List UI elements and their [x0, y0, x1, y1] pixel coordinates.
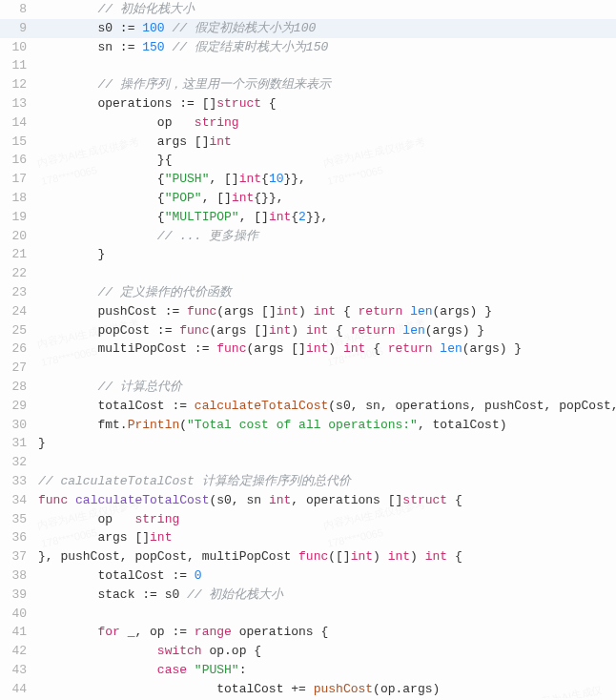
code-content[interactable]: totalCost := 0 [38, 566, 616, 586]
code-content[interactable]: operations := []struct { [38, 94, 616, 113]
code-line[interactable]: 24 pushCost := func(args []int) int { re… [0, 302, 616, 321]
line-number: 25 [0, 321, 38, 340]
code-line[interactable]: 30 fmt.Println("Total cost of all operat… [0, 416, 616, 435]
code-line[interactable]: 10 sn := 150 // 假定结束时栈大小为150 [0, 38, 616, 57]
code-content[interactable]: // 操作序列，这里用一个示例数组来表示 [38, 75, 616, 94]
code-line[interactable]: 33// calculateTotalCost 计算给定操作序列的总代价 [0, 472, 616, 491]
line-number: 42 [0, 642, 38, 661]
code-content[interactable]: s0 := 100 // 假定初始栈大小为100 [38, 19, 616, 38]
code-content[interactable]: // 计算总代价 [38, 378, 616, 397]
code-content[interactable]: args []int [38, 133, 616, 152]
line-number: 27 [0, 359, 38, 378]
code-content[interactable] [38, 264, 616, 283]
code-content[interactable]: // ... 更多操作 [38, 227, 616, 246]
line-number: 19 [0, 208, 38, 227]
line-number: 21 [0, 245, 38, 264]
code-content[interactable]: for _, op := range operations { [38, 623, 616, 642]
code-line[interactable]: 42 switch op.op { [0, 642, 616, 661]
code-content[interactable]: switch op.op { [38, 642, 616, 661]
code-line[interactable]: 11 [0, 56, 616, 75]
code-content[interactable]: args []int [38, 528, 616, 547]
code-content[interactable]: }, pushCost, popCost, multiPopCost func(… [38, 547, 616, 566]
code-line[interactable]: 23 // 定义操作的代价函数 [0, 283, 616, 302]
code-content[interactable]: } [38, 434, 616, 453]
code-content[interactable]: totalCost := calculateTotalCost(s0, sn, … [38, 397, 616, 416]
code-line[interactable]: 36 args []int [0, 528, 616, 547]
code-line[interactable]: 37}, pushCost, popCost, multiPopCost fun… [0, 547, 616, 566]
line-number: 15 [0, 133, 38, 152]
code-line[interactable]: 8 // 初始化栈大小 [0, 0, 616, 19]
code-line[interactable]: 22 [0, 264, 616, 283]
code-content[interactable]: pushCost := func(args []int) int { retur… [38, 302, 616, 321]
code-line[interactable]: 27 [0, 359, 616, 378]
code-line[interactable]: 35 op string [0, 510, 616, 529]
code-line[interactable]: 26 multiPopCost := func(args []int) int … [0, 340, 616, 359]
code-line[interactable]: 19 {"MULTIPOP", []int{2}}, [0, 208, 616, 227]
code-line[interactable]: 28 // 计算总代价 [0, 378, 616, 397]
code-line[interactable]: 40 [0, 605, 616, 624]
code-line[interactable]: 31} [0, 434, 616, 453]
code-line[interactable]: 34func calculateTotalCost(s0, sn int, op… [0, 491, 616, 510]
code-line[interactable]: 43 case "PUSH": [0, 661, 616, 680]
code-line[interactable]: 25 popCost := func(args []int) int { ret… [0, 321, 616, 340]
line-number: 34 [0, 491, 38, 510]
code-content[interactable]: case "PUSH": [38, 661, 616, 680]
line-number: 16 [0, 151, 38, 170]
code-content[interactable]: multiPopCost := func(args []int) int { r… [38, 340, 616, 359]
line-number: 12 [0, 75, 38, 94]
code-line[interactable]: 41 for _, op := range operations { [0, 623, 616, 642]
line-number: 38 [0, 566, 38, 586]
code-content[interactable]: op string [38, 510, 616, 529]
line-number: 8 [0, 0, 38, 19]
code-line[interactable]: 39 stack := s0 // 初始化栈大小 [0, 586, 616, 605]
code-content[interactable]: {"MULTIPOP", []int{2}}, [38, 208, 616, 227]
code-line[interactable]: 15 args []int [0, 133, 616, 152]
code-content[interactable]: } [38, 245, 616, 264]
line-number: 11 [0, 56, 38, 75]
code-content[interactable] [38, 359, 616, 378]
line-number: 23 [0, 283, 38, 302]
code-content[interactable]: popCost := func(args []int) int { return… [38, 321, 616, 340]
code-content[interactable]: // calculateTotalCost 计算给定操作序列的总代价 [38, 472, 616, 491]
code-line[interactable]: 32 [0, 453, 616, 472]
line-number: 39 [0, 586, 38, 605]
code-content[interactable]: }{ [38, 151, 616, 170]
code-line[interactable]: 44 totalCost += pushCost(op.args) [0, 680, 616, 699]
code-content[interactable]: fmt.Println("Total cost of all operation… [38, 416, 616, 435]
code-line[interactable]: 20 // ... 更多操作 [0, 227, 616, 246]
code-line[interactable]: 38 totalCost := 0 [0, 566, 616, 586]
line-number: 18 [0, 189, 38, 208]
code-line[interactable]: 18 {"POP", []int{}}, [0, 189, 616, 208]
line-number: 26 [0, 340, 38, 359]
line-number: 24 [0, 302, 38, 321]
code-content[interactable] [38, 605, 616, 624]
code-editor[interactable]: 8 // 初始化栈大小9 s0 := 100 // 假定初始栈大小为10010 … [0, 0, 616, 698]
code-line[interactable]: 29 totalCost := calculateTotalCost(s0, s… [0, 397, 616, 416]
code-content[interactable]: totalCost += pushCost(op.args) [38, 680, 616, 699]
code-content[interactable] [38, 453, 616, 472]
code-content[interactable] [38, 56, 616, 75]
code-line[interactable]: 13 operations := []struct { [0, 94, 616, 113]
code-content[interactable]: func calculateTotalCost(s0, sn int, oper… [38, 491, 616, 510]
code-content[interactable]: // 初始化栈大小 [38, 0, 616, 19]
line-number: 13 [0, 94, 38, 113]
code-content[interactable]: {"PUSH", []int{10}}, [38, 170, 616, 189]
code-line[interactable]: 21 } [0, 245, 616, 264]
code-line[interactable]: 12 // 操作序列，这里用一个示例数组来表示 [0, 75, 616, 94]
line-number: 44 [0, 680, 38, 699]
code-content[interactable]: sn := 150 // 假定结束时栈大小为150 [38, 38, 616, 57]
code-line[interactable]: 17 {"PUSH", []int{10}}, [0, 170, 616, 189]
code-content[interactable]: stack := s0 // 初始化栈大小 [38, 586, 616, 605]
code-line[interactable]: 14 op string [0, 113, 616, 133]
line-number: 41 [0, 623, 38, 642]
line-number: 43 [0, 661, 38, 680]
code-line[interactable]: 9 s0 := 100 // 假定初始栈大小为100 [0, 19, 616, 38]
line-number: 32 [0, 453, 38, 472]
line-number: 33 [0, 472, 38, 491]
code-line[interactable]: 16 }{ [0, 151, 616, 170]
code-content[interactable]: op string [38, 113, 616, 133]
code-content[interactable]: {"POP", []int{}}, [38, 189, 616, 208]
line-number: 30 [0, 416, 38, 435]
code-content[interactable]: // 定义操作的代价函数 [38, 283, 616, 302]
line-number: 36 [0, 528, 38, 547]
